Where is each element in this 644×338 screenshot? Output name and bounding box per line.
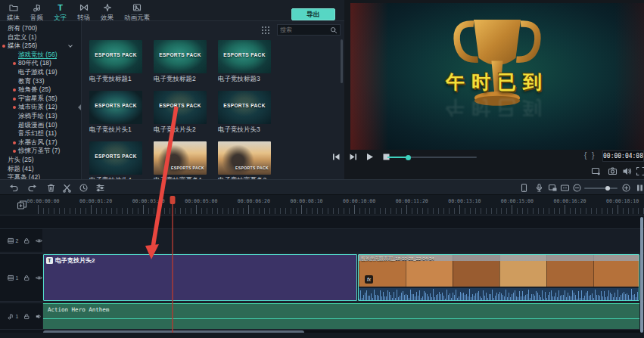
library-thumbnail[interactable]: ESPORTS PACK xyxy=(218,40,271,73)
sidebar-item[interactable]: 音乐幻想 (11) xyxy=(0,129,81,138)
zoom-out-icon[interactable] xyxy=(572,183,582,193)
sidebar-item[interactable]: 标题 (41) xyxy=(0,165,81,174)
video-track-2-header: 2 xyxy=(0,229,42,252)
split-screen-icon[interactable] xyxy=(548,183,558,193)
sidebar-item[interactable]: 自定义 (1) xyxy=(0,33,81,42)
thumbnail-overlay-text: ESPORTS PACK xyxy=(171,166,204,170)
adjust-sliders-icon[interactable] xyxy=(95,183,105,193)
track-manager-icon[interactable] xyxy=(17,200,27,210)
sidebar-item-label: 教育 (33) xyxy=(18,77,44,85)
trash-icon[interactable] xyxy=(46,183,56,193)
library-scrollbar[interactable] xyxy=(341,39,343,83)
next-frame-button[interactable] xyxy=(348,152,358,162)
timeline-vscroll-thumb[interactable] xyxy=(640,217,644,333)
marker-icon[interactable] xyxy=(560,183,570,193)
sidebar-item[interactable]: 所有 (700) xyxy=(0,24,81,33)
sidebar-item-label: 80年代 (18) xyxy=(18,59,51,67)
search-input[interactable] xyxy=(278,26,330,33)
scissors-cut-icon[interactable] xyxy=(62,183,72,193)
sidebar-item[interactable]: 涂鸦手绘 (13) xyxy=(0,112,81,121)
speaker-icon[interactable] xyxy=(622,166,632,176)
timeline-zoom-knob[interactable] xyxy=(605,186,610,191)
ruler-tick-label: 00:00:16:20 xyxy=(553,198,586,204)
sidebar-item[interactable]: 超级漫画 (10) xyxy=(0,121,81,130)
video-track-2[interactable]: 2 xyxy=(0,228,644,253)
new-badge-dot xyxy=(13,150,16,153)
timeline-zoom-slider[interactable] xyxy=(584,188,618,189)
sidebar-item[interactable]: 80年代 (18) xyxy=(0,59,81,68)
sidebar-item[interactable]: 宇宙星系 (35) xyxy=(0,95,81,104)
thumbnail-caption: 电子竞技标题2 xyxy=(154,75,207,84)
sidebar-item[interactable]: 片头 (25) xyxy=(0,156,81,165)
zoom-in-icon[interactable] xyxy=(621,183,631,193)
timeline-text-clip[interactable]: T 电子竞技片头2 xyxy=(43,254,357,301)
template-library-panel: ESPORTS PACK电子竞技标题1ESPORTS PACK电子竞技标题2ES… xyxy=(82,21,344,179)
new-badge-dot xyxy=(13,98,16,101)
sidebar-item[interactable]: 电子游戏 (19) xyxy=(0,68,81,77)
tab-text[interactable]: T 文字 xyxy=(48,0,72,23)
thumbnail-caption: 电子竞技片头2 xyxy=(154,126,207,135)
export-button[interactable]: 导出 xyxy=(291,8,335,20)
lock-icon[interactable] xyxy=(23,274,30,282)
timeline-ruler[interactable]: 00:00:00:0000:00:01:2000:00:03:1000:00:0… xyxy=(0,195,644,216)
library-thumbnail[interactable]: ESPORTS PACK xyxy=(154,91,207,124)
timeline-video-clip[interactable]: 舰长的亮眼表现_18-10-28_22-04-34 fx xyxy=(358,254,639,301)
undo-icon[interactable] xyxy=(9,183,19,193)
library-thumbnail[interactable]: ESPORTS PACK xyxy=(89,91,142,124)
timeline-audio-clip[interactable]: Action Hero Anthem xyxy=(43,303,639,329)
chevron-down-icon[interactable] xyxy=(68,43,73,48)
fullscreen-icon[interactable] xyxy=(636,166,644,176)
library-thumbnail[interactable]: ESPORTS PACK xyxy=(89,40,142,73)
tab-effects[interactable]: 效果 xyxy=(95,0,119,23)
sidebar-collapse-arrow-icon[interactable] xyxy=(78,104,81,110)
mark-out-icon[interactable]: } xyxy=(592,151,594,160)
speed-clock-icon[interactable] xyxy=(79,183,89,193)
preview-secondary-controls xyxy=(344,165,644,178)
fit-timeline-icon[interactable] xyxy=(635,183,644,193)
timeline-toolbar xyxy=(0,179,644,195)
tab-media[interactable]: 媒体 xyxy=(2,0,25,23)
play-button[interactable] xyxy=(365,152,375,162)
lock-icon[interactable] xyxy=(23,312,30,321)
tab-audio[interactable]: 音频 xyxy=(25,0,48,23)
eye-icon[interactable] xyxy=(36,274,42,282)
sidebar-item-label: 独角兽 (25) xyxy=(18,85,51,93)
sidebar-item[interactable]: 独角兽 (25) xyxy=(0,85,81,95)
library-thumbnail[interactable]: ESPORTS PACK xyxy=(154,40,207,73)
seek-slider-knob[interactable] xyxy=(406,155,411,160)
grid-view-icon[interactable] xyxy=(261,26,270,35)
sidebar-item[interactable]: 惊悚万圣节 (7) xyxy=(0,147,81,156)
audio-volume-envelope[interactable] xyxy=(43,318,639,319)
mark-in-icon[interactable]: { xyxy=(584,151,586,160)
library-thumbnail[interactable]: ESPORTS PACK xyxy=(218,91,271,124)
sidebar-item[interactable]: 教育 (33) xyxy=(0,77,81,86)
lock-icon[interactable] xyxy=(23,237,30,245)
snapshot-camera-icon[interactable] xyxy=(608,166,618,176)
sidebar-item[interactable]: 游戏竞技 (56) xyxy=(0,51,81,60)
sidebar-item[interactable]: 媒体 (256) xyxy=(0,42,81,51)
sidebar-item[interactable]: 水墨古风 (17) xyxy=(0,138,81,147)
speaker-icon[interactable] xyxy=(36,312,42,321)
dual-display-icon[interactable] xyxy=(591,166,601,176)
library-thumbnail[interactable]: ESPORTS PACK xyxy=(218,141,271,175)
search-icon[interactable] xyxy=(330,26,338,34)
tab-transitions[interactable]: 转场 xyxy=(72,0,95,23)
sidebar-item-label: 惊悚万圣节 (7) xyxy=(18,147,60,154)
eye-icon[interactable] xyxy=(36,237,42,245)
microphone-icon[interactable] xyxy=(534,183,544,193)
redo-icon[interactable] xyxy=(27,183,37,193)
seek-slider[interactable] xyxy=(387,157,477,158)
tab-elements[interactable]: 动画元素 xyxy=(119,0,155,23)
thumbnail-overlay-text: ESPORTS PACK xyxy=(89,103,142,108)
library-thumbnail[interactable]: ESPORTS PACK xyxy=(154,141,207,175)
prev-frame-button[interactable] xyxy=(331,152,341,162)
music-icon xyxy=(33,3,42,12)
video-track-icon xyxy=(8,274,14,282)
library-thumbnail[interactable]: ESPORTS PACK xyxy=(89,141,142,175)
sidebar-item[interactable]: 字幕条 (42) xyxy=(0,173,81,179)
phone-record-icon[interactable] xyxy=(519,183,529,193)
sidebar-item[interactable]: 城市街景 (12) xyxy=(0,103,81,112)
thumbnail-caption: 电子竞技标题1 xyxy=(89,75,142,84)
track-number: 1 xyxy=(15,314,18,319)
text-icon: T xyxy=(58,3,63,12)
